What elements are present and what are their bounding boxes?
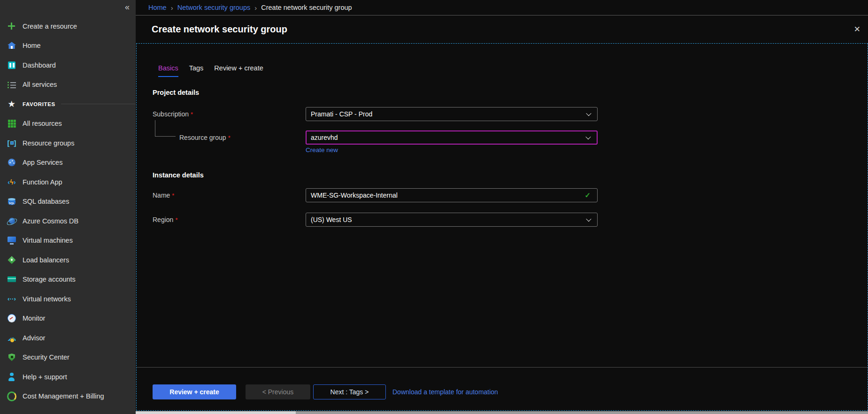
sidebar-item-storage-accounts[interactable]: Storage accounts [0,270,136,290]
sidebar-item-label: Help + support [23,373,67,381]
cosmos-db-planet-icon [7,216,16,226]
sidebar: « Create a resource Home Dashboard All s… [0,0,136,414]
sidebar-item-label: SQL databases [23,198,69,205]
subscription-dropdown[interactable]: Pramati - CSP - Prod [306,107,598,121]
create-new-link[interactable]: Create new [306,146,338,153]
function-app-lightning-icon [7,177,16,187]
sidebar-item-resource-groups[interactable]: Resource groups [0,133,136,153]
storage-accounts-icon [7,275,16,284]
chevron-down-icon [585,134,591,139]
sidebar-item-label: Azure Cosmos DB [23,217,78,225]
sidebar-item-label: Storage accounts [23,276,76,283]
sidebar-item-help-support[interactable]: Help + support [0,367,136,387]
breadcrumb-separator: › [171,4,173,12]
azure-portal-window: « Create a resource Home Dashboard All s… [0,0,868,414]
app-services-icon [7,158,16,167]
virtual-machines-monitor-icon [7,236,16,245]
required-asterisk: * [191,111,193,118]
review-create-button[interactable]: Review + create [153,384,236,399]
project-details-heading: Project details [153,89,199,96]
tab-review-create[interactable]: Review + create [214,64,263,77]
sidebar-item-security-center[interactable]: Security Center [0,348,136,368]
sidebar-item-create-a-resource[interactable]: Create a resource [0,16,136,36]
advisor-cloud-icon [7,333,16,343]
tab-tags[interactable]: Tags [189,64,204,77]
tabs: Basics Tags Review + create [158,64,263,77]
region-value: (US) West US [311,216,352,223]
sidebar-item-sql-databases[interactable]: SQL SQL databases [0,192,136,212]
sidebar-item-label: Dashboard [23,61,56,69]
sidebar-item-label: Advisor [23,334,45,342]
title-bar: Create network security group ✕ [136,15,868,43]
previous-button[interactable]: < Previous [246,384,310,399]
sidebar-section-favorites: FAVORITES [0,94,136,114]
instance-details-heading: Instance details [153,171,204,179]
breadcrumb: Home › Network security groups › Create … [136,0,868,15]
sidebar-nav: Create a resource Home Dashboard All ser… [0,16,136,406]
security-center-shield-icon [7,353,16,362]
footer-actions: Review + create < Previous Next : Tags >… [153,384,498,399]
name-input[interactable] [311,189,584,202]
sidebar-item-label: Virtual networks [23,295,71,303]
bottom-scrollbar-strip-gray[interactable] [296,411,868,414]
sidebar-item-advisor[interactable]: Advisor [0,328,136,348]
tab-basics[interactable]: Basics [158,64,178,77]
sidebar-item-all-services[interactable]: All services [0,75,136,95]
sidebar-item-function-app[interactable]: Function App [0,172,136,192]
sidebar-collapse-icon[interactable]: « [125,2,130,12]
load-balancers-icon [7,255,16,265]
sidebar-item-dashboard[interactable]: Dashboard [0,55,136,75]
sidebar-item-label: All resources [23,120,62,127]
sidebar-item-label: Cost Management + Billing [23,392,104,400]
sidebar-item-all-resources[interactable]: All resources [0,114,136,134]
virtual-networks-icon [7,294,16,304]
sidebar-item-label: Load balancers [23,256,69,264]
breadcrumb-home[interactable]: Home [148,4,167,11]
sidebar-item-label: Resource groups [23,139,74,147]
sidebar-item-virtual-networks[interactable]: Virtual networks [0,289,136,309]
required-asterisk: * [175,216,177,223]
help-support-person-icon [7,372,16,382]
sidebar-item-label: Security Center [23,353,69,361]
sidebar-item-cost-management-billing[interactable]: Cost Management + Billing [0,387,136,406]
favorites-divider [61,104,136,104]
sidebar-item-virtual-machines[interactable]: Virtual machines [0,231,136,251]
breadcrumb-separator: › [254,4,257,12]
close-icon[interactable]: ✕ [854,24,860,34]
name-field: ✓ [306,188,598,202]
breadcrumb-network-security-groups[interactable]: Network security groups [177,4,251,11]
resource-group-label: Resource group* [179,130,230,145]
valid-check-icon: ✓ [584,191,591,199]
sidebar-item-monitor[interactable]: Monitor [0,309,136,329]
next-tags-button[interactable]: Next : Tags > [313,384,386,399]
download-template-link[interactable]: Download a template for automation [392,388,498,396]
page-title: Create network security group [152,24,287,35]
bottom-scrollbar-strip-light[interactable] [136,411,296,414]
region-dropdown[interactable]: (US) West US [306,213,598,227]
sidebar-item-label: Function App [23,178,62,186]
footer-divider [137,367,868,368]
resource-group-value: azurevhd [311,134,338,141]
subscription-label: Subscription* [153,107,193,122]
home-icon [7,41,16,50]
sidebar-item-app-services[interactable]: App Services [0,153,136,173]
sql-databases-icon: SQL [7,197,16,206]
chevron-down-icon [586,216,591,222]
all-resources-grid-icon [7,119,16,128]
star-icon [7,100,16,109]
resource-group-connector-line [155,120,176,137]
chevron-down-icon [586,111,591,116]
monitor-gauge-icon [7,314,16,323]
sidebar-item-label: All services [23,81,57,88]
name-label: Name* [153,188,174,203]
main-content: Home › Network security groups › Create … [136,0,868,414]
create-nsg-panel: Basics Tags Review + create Project deta… [136,43,868,411]
sidebar-item-label: App Services [23,159,62,166]
sidebar-item-label: Create a resource [23,23,77,30]
resource-groups-icon [7,138,16,148]
sidebar-item-load-balancers[interactable]: Load balancers [0,250,136,270]
resource-group-dropdown[interactable]: azurevhd [306,130,598,145]
sidebar-item-label: Home [23,42,41,49]
sidebar-item-home[interactable]: Home [0,36,136,56]
sidebar-item-azure-cosmos-db[interactable]: Azure Cosmos DB [0,211,136,231]
